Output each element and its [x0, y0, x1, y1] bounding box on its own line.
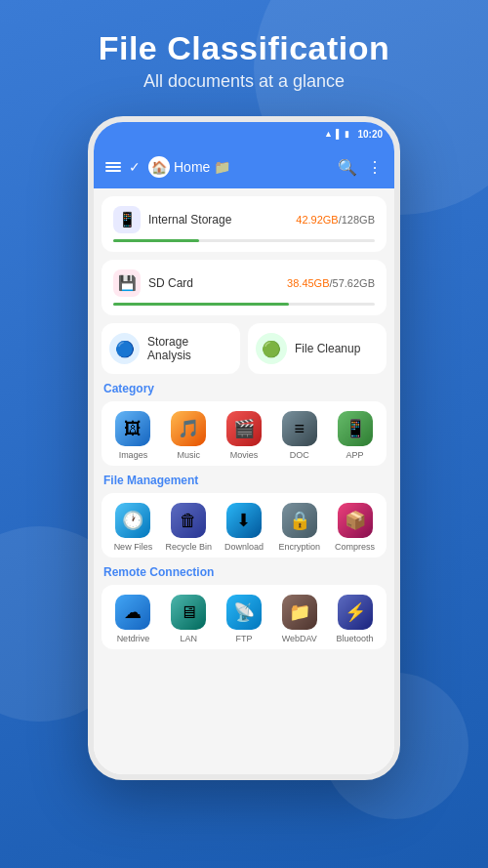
encryption-button[interactable]: 🔒 Encryption [275, 503, 324, 552]
page-subtitle: All documents at a glance [20, 71, 468, 92]
wifi-icon: ▲ [324, 129, 333, 139]
remote-connection-title: Remote Connection [102, 565, 386, 579]
home-icon: 🏠 [151, 160, 167, 175]
category-grid: 🖼 Images 🎵 Music 🎬 Movies ≡ DOC [102, 401, 386, 466]
bluetooth-button[interactable]: ⚡ Bluetooth [331, 595, 380, 643]
storage-analysis-icon: 🔵 [109, 333, 140, 364]
ftp-label: FTP [235, 634, 252, 643]
category-section: Category 🖼 Images 🎵 Music 🎬 Movies [102, 382, 386, 466]
category-app[interactable]: 📱 APP [331, 411, 380, 460]
remote-connection-section: Remote Connection ☁ Netdrive 🖥 LAN 📡 FTP [102, 565, 386, 649]
internal-storage-bar [113, 239, 375, 242]
encryption-label: Encryption [279, 542, 321, 552]
sd-total: 57.62GB [333, 277, 375, 289]
internal-storage-size: 42.92GB/128GB [296, 214, 375, 226]
ftp-button[interactable]: 📡 FTP [220, 595, 268, 643]
movies-icon: 🎬 [226, 411, 262, 446]
recycle-bin-label: Recycle Bin [165, 542, 212, 552]
music-icon: 🎵 [171, 411, 206, 446]
content-area: 📱 Internal Storage 42.92GB/128GB 💾 SD Ca… [94, 188, 394, 774]
category-images[interactable]: 🖼 Images [108, 411, 157, 460]
menu-line-1 [105, 162, 121, 164]
status-icons: ▲ ▌ ▮ [324, 129, 349, 139]
home-label: Home [174, 159, 210, 175]
netdrive-button[interactable]: ☁ Netdrive [108, 595, 157, 643]
webdav-icon: 📁 [282, 595, 317, 630]
status-time: 10:20 [357, 129, 383, 140]
more-button[interactable]: ⋮ [367, 158, 383, 177]
search-button[interactable]: 🔍 [338, 158, 357, 177]
battery-icon: ▮ [345, 129, 349, 139]
category-doc[interactable]: ≡ DOC [275, 411, 324, 460]
internal-storage-name: Internal Storage [148, 213, 296, 227]
file-cleanup-icon: 🟢 [256, 333, 287, 364]
lan-label: LAN [180, 634, 197, 643]
app-label: APP [346, 450, 364, 460]
doc-icon: ≡ [282, 411, 317, 446]
menu-button[interactable] [105, 162, 121, 172]
menu-line-3 [105, 170, 121, 172]
signal-icon: ▌ [336, 129, 342, 139]
recycle-bin-button[interactable]: 🗑 Recycle Bin [164, 503, 213, 552]
compress-label: Compress [335, 542, 375, 552]
internal-used: 42.92GB [296, 214, 338, 226]
lan-button[interactable]: 🖥 LAN [164, 595, 213, 643]
bluetooth-icon: ⚡ [338, 595, 373, 630]
app-bar-actions: 🔍 ⋮ [338, 158, 383, 177]
webdav-label: WebDAV [282, 634, 317, 643]
file-cleanup-label: File Cleanup [295, 342, 360, 355]
webdav-button[interactable]: 📁 WebDAV [275, 595, 324, 643]
sd-card-icon: 💾 [113, 269, 141, 297]
app-icon: 📱 [338, 411, 373, 446]
ftp-icon: 📡 [226, 595, 262, 630]
download-icon: ⬇ [226, 503, 262, 538]
storage-analysis-button[interactable]: 🔵 Storage Analysis [102, 323, 240, 374]
category-movies[interactable]: 🎬 Movies [220, 411, 268, 460]
file-management-grid: 🕐 New Files 🗑 Recycle Bin ⬇ Download 🔒 E… [102, 493, 386, 558]
phone-container: ▲ ▌ ▮ 10:20 ✓ 🏠 Home 📁 🔍 [0, 116, 488, 780]
sd-used: 38.45GB [287, 277, 329, 289]
internal-storage-fill [113, 239, 199, 242]
compress-icon: 📦 [338, 503, 373, 538]
file-management-section: File Management 🕐 New Files 🗑 Recycle Bi… [102, 474, 386, 558]
movies-label: Movies [230, 450, 259, 460]
new-files-button[interactable]: 🕐 New Files [108, 503, 157, 552]
images-icon: 🖼 [115, 411, 150, 446]
netdrive-label: Netdrive [117, 634, 150, 643]
page-header: File Classification All documents at a g… [0, 0, 488, 106]
storage-analysis-label: Storage Analysis [147, 335, 232, 362]
new-files-icon: 🕐 [115, 503, 150, 538]
utility-row: 🔵 Storage Analysis 🟢 File Cleanup [102, 323, 386, 374]
folder-icon: 📁 [214, 159, 230, 175]
netdrive-icon: ☁ [115, 595, 150, 630]
download-label: Download [224, 542, 264, 552]
sd-card-card[interactable]: 💾 SD Card 38.45GB/57.62GB [102, 260, 386, 315]
internal-total: 128GB [342, 214, 375, 226]
sd-storage-bar [113, 303, 375, 306]
download-button[interactable]: ⬇ Download [220, 503, 268, 552]
category-title: Category [102, 382, 386, 395]
sd-storage-fill [113, 303, 289, 306]
app-bar-title: 🏠 Home 📁 [148, 156, 330, 178]
lan-icon: 🖥 [171, 595, 206, 630]
internal-storage-icon: 📱 [113, 206, 141, 233]
images-label: Images [119, 450, 148, 460]
bluetooth-label: Bluetooth [337, 634, 374, 643]
recycle-bin-icon: 🗑 [171, 503, 206, 538]
menu-line-2 [105, 166, 121, 168]
compress-button[interactable]: 📦 Compress [331, 503, 380, 552]
new-files-label: New Files [114, 542, 153, 552]
sd-card-name: SD Card [148, 276, 287, 290]
internal-storage-card[interactable]: 📱 Internal Storage 42.92GB/128GB [102, 196, 386, 252]
file-cleanup-button[interactable]: 🟢 File Cleanup [248, 323, 386, 374]
app-bar: ✓ 🏠 Home 📁 🔍 ⋮ [94, 145, 394, 188]
doc-label: DOC [290, 450, 309, 460]
remote-connection-grid: ☁ Netdrive 🖥 LAN 📡 FTP 📁 WebDAV [102, 585, 386, 649]
page-title: File Classification [20, 29, 468, 67]
check-icon[interactable]: ✓ [129, 159, 141, 175]
sd-card-size: 38.45GB/57.62GB [287, 277, 375, 289]
category-music[interactable]: 🎵 Music [164, 411, 213, 460]
home-icon-wrap: 🏠 [148, 156, 170, 178]
status-bar: ▲ ▌ ▮ 10:20 [94, 122, 394, 145]
encryption-icon: 🔒 [282, 503, 317, 538]
